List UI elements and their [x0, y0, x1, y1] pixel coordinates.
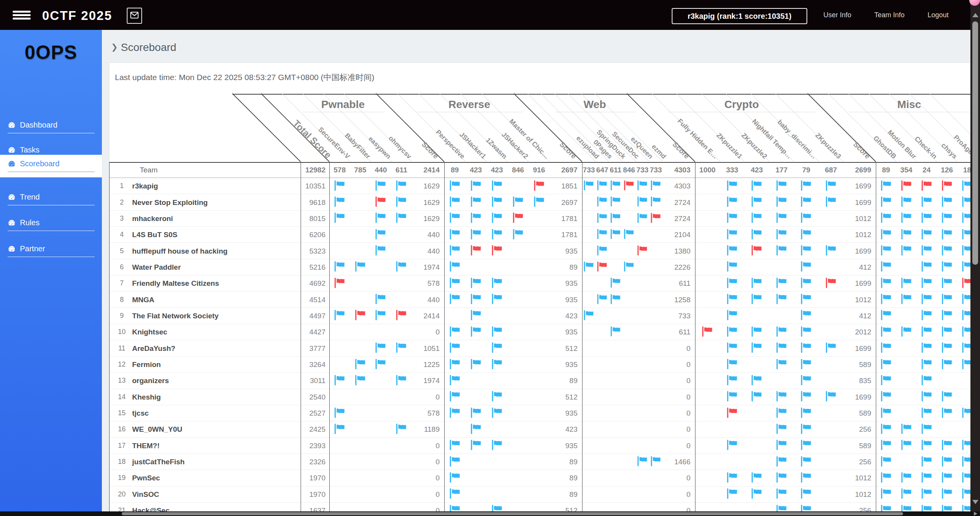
solved-flag-icon	[880, 391, 892, 403]
solved-flag-icon	[751, 294, 762, 306]
total-score-cell: 4692	[309, 279, 326, 288]
solved-flag-icon	[751, 213, 762, 224]
total-score-cell: 4497	[309, 312, 326, 320]
horizontal-scrollbar-thumb[interactable]	[122, 512, 903, 515]
category-title-web: Web	[584, 98, 606, 111]
team-name: PwnSec	[132, 474, 160, 482]
solved-flag-icon	[726, 261, 738, 273]
first-blood-flag-icon	[623, 180, 635, 192]
mail-button[interactable]	[127, 8, 142, 24]
solved-flag-icon	[470, 326, 482, 338]
first-blood-flag-icon	[941, 180, 953, 192]
scroll-right-icon[interactable]	[974, 512, 977, 516]
rank-cell: 6	[120, 263, 124, 271]
total-score-cell: 5323	[309, 247, 326, 256]
category-total-points: 4303	[674, 166, 690, 174]
solved-flag-icon	[921, 213, 933, 224]
solved-flag-icon	[880, 245, 892, 257]
category-score-cell: 89	[569, 263, 578, 272]
column-divider	[582, 162, 582, 511]
column-divider	[109, 162, 110, 511]
solved-flag-icon	[449, 472, 461, 484]
vertical-scrollbar[interactable]	[970, 0, 980, 511]
solved-flag-icon	[776, 440, 787, 452]
category-score-cell: 611	[679, 279, 690, 288]
challenge-points: 916	[533, 166, 545, 174]
solved-flag-icon	[901, 278, 912, 290]
solved-flag-icon	[880, 342, 892, 354]
rank-cell: 14	[118, 393, 126, 401]
category-score-cell: 1189	[424, 425, 440, 434]
challenge-points: 733	[583, 166, 595, 174]
nav-team-info[interactable]: Team Info	[874, 0, 905, 30]
sidebar-item-rules[interactable]: Rules	[0, 214, 102, 236]
solved-flag-icon	[726, 472, 738, 484]
sidebar-item-scoreboard[interactable]: Scoreboard	[0, 155, 102, 177]
rank-cell: 20	[118, 490, 126, 498]
solved-flag-icon	[726, 326, 738, 338]
table-row	[109, 357, 980, 373]
solved-flag-icon	[941, 359, 953, 371]
scroll-down-icon[interactable]	[972, 500, 978, 504]
solved-flag-icon	[470, 197, 482, 208]
table-row	[109, 227, 980, 243]
sidebar-item-label: Rules	[20, 218, 39, 227]
horizontal-scrollbar[interactable]	[0, 511, 980, 516]
solved-flag-icon	[334, 180, 345, 192]
hamburger-menu-icon[interactable]	[13, 11, 31, 20]
solved-flag-icon	[921, 472, 933, 484]
nav-user-info[interactable]: User Info	[823, 0, 851, 30]
vertical-scrollbar-thumb[interactable]	[972, 21, 978, 265]
total-score-cell: 10351	[305, 182, 326, 190]
solved-flag-icon	[334, 213, 345, 224]
solved-flag-icon	[776, 488, 787, 500]
team-name: Never Stop Exploiting	[132, 198, 208, 207]
solved-flag-icon	[800, 197, 812, 208]
team-name: THEM?!	[132, 442, 160, 450]
category-score-cell: 0	[686, 474, 690, 482]
first-blood-flag-icon	[702, 326, 713, 338]
category-score-cell: 0	[686, 425, 690, 434]
solved-flag-icon	[880, 326, 892, 338]
scroll-up-icon[interactable]	[972, 13, 978, 17]
sidebar-item-label: Trend	[20, 193, 40, 201]
first-blood-flag-icon	[637, 246, 648, 257]
solved-flag-icon	[800, 310, 812, 322]
challenge-points: 733	[636, 166, 649, 174]
sidebar-item-partner[interactable]: Partner	[0, 240, 102, 262]
rank-cell: 9	[120, 312, 124, 320]
solved-flag-icon	[776, 278, 787, 290]
total-score-cell: 6206	[309, 231, 326, 239]
category-score-cell: 1629	[424, 182, 440, 190]
solved-flag-icon	[751, 472, 762, 484]
total-score-cell: 3264	[309, 360, 326, 369]
solved-flag-icon	[610, 278, 621, 289]
first-blood-flag-icon	[512, 213, 524, 224]
solved-flag-icon	[901, 213, 912, 224]
team-name: WE_0WN_Y0U	[132, 425, 182, 434]
solved-flag-icon	[800, 440, 812, 452]
solved-flag-icon	[449, 342, 461, 354]
solved-flag-icon	[921, 375, 933, 387]
solved-flag-icon	[825, 245, 837, 257]
solved-flag-icon	[941, 278, 953, 290]
solved-flag-icon	[597, 180, 608, 192]
solved-flag-icon	[776, 408, 787, 419]
solved-flag-icon	[610, 326, 621, 338]
solved-flag-icon	[491, 359, 503, 371]
solved-flag-icon	[726, 278, 738, 290]
table-row	[109, 341, 980, 357]
solved-flag-icon	[610, 197, 621, 208]
solved-flag-icon	[776, 294, 787, 306]
category-score-cell: 256	[859, 425, 871, 434]
nav-logout[interactable]: Logout	[928, 0, 949, 30]
solved-flag-icon	[901, 424, 912, 436]
solved-flag-icon	[491, 180, 503, 192]
category-score-cell: 440	[427, 296, 440, 304]
rank-cell: 13	[118, 377, 126, 385]
category-score-cell: 1974	[424, 263, 440, 272]
sidebar-item-trend[interactable]: Trend	[0, 188, 102, 211]
sidebar-item-dashboard[interactable]: Dashboard	[0, 116, 102, 139]
team-name: mhackeroni	[132, 215, 173, 223]
solved-flag-icon	[491, 294, 503, 306]
